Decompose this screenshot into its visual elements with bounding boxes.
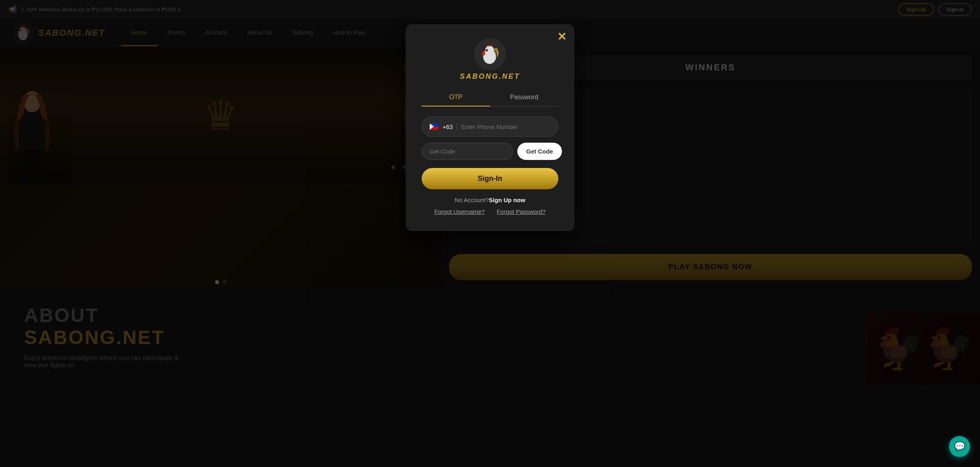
code-input[interactable] — [422, 143, 513, 160]
svg-point-10 — [486, 50, 488, 51]
tab-otp[interactable]: OTP — [422, 89, 490, 107]
modal-logo: SABONG.NET — [422, 38, 558, 81]
modal-close-button[interactable]: ✕ — [557, 30, 566, 43]
country-code: +63 — [443, 123, 457, 130]
signin-button[interactable]: Sign-In — [422, 168, 558, 189]
phone-input[interactable] — [461, 123, 551, 130]
signup-now-link[interactable]: Sign Up now — [489, 197, 525, 203]
modal-logo-text: SABONG.NET — [460, 72, 520, 81]
phone-input-group: 🇵🇭 +63 — [422, 117, 558, 137]
no-account-text: No Account?Sign Up now — [422, 197, 558, 203]
signin-modal: ✕ SABONG.NET — [406, 24, 574, 231]
modal-backdrop[interactable]: ✕ SABONG.NET — [0, 0, 980, 467]
tab-password[interactable]: Password — [490, 89, 558, 107]
svg-point-11 — [482, 51, 485, 55]
forgot-username-link[interactable]: Forgot Username? — [435, 208, 485, 215]
modal-logo-icon — [474, 38, 506, 70]
get-code-button[interactable]: Get Code — [517, 143, 562, 160]
flag-icon: 🇵🇭 — [429, 122, 439, 131]
forgot-password-link[interactable]: Forgot Password? — [497, 208, 546, 215]
code-input-group: Get Code — [422, 143, 558, 160]
chat-icon: 💬 — [954, 441, 965, 452]
modal-tabs: OTP Password — [422, 89, 558, 107]
modal-bottom-links: Forgot Username? Forgot Password? — [422, 208, 558, 215]
chat-button[interactable]: 💬 — [949, 436, 970, 457]
